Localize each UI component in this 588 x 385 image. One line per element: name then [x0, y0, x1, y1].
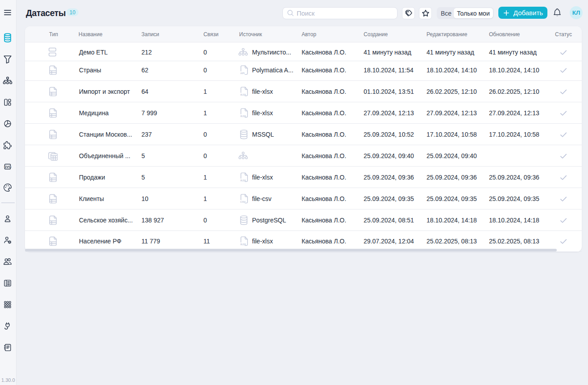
svg-text:XLSX: XLSX [240, 243, 246, 246]
svg-text:SVG: SVG [4, 165, 12, 169]
svg-text:API: API [240, 72, 245, 75]
svg-text:XLSX: XLSX [240, 115, 246, 117]
svg-text:XLSX: XLSX [240, 93, 246, 96]
svg-text:CSV: CSV [240, 201, 246, 203]
svg-text:XLSX: XLSX [240, 179, 246, 182]
